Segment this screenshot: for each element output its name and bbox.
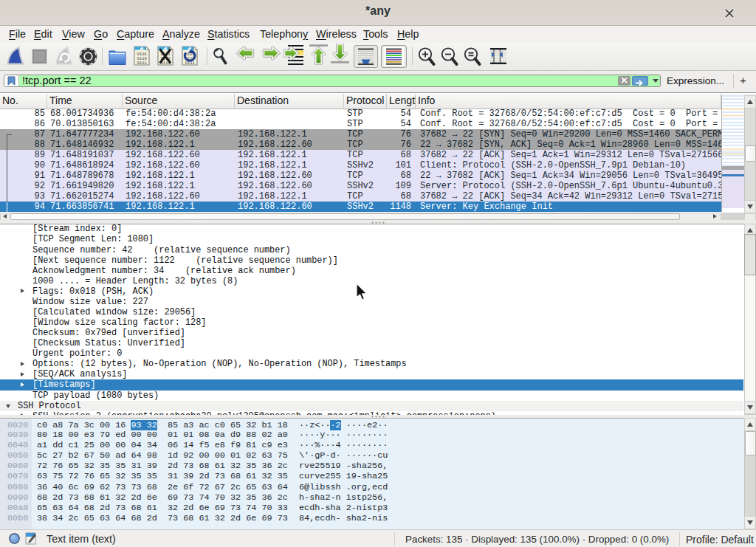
svg-text:0111: 0111 [137,61,148,66]
